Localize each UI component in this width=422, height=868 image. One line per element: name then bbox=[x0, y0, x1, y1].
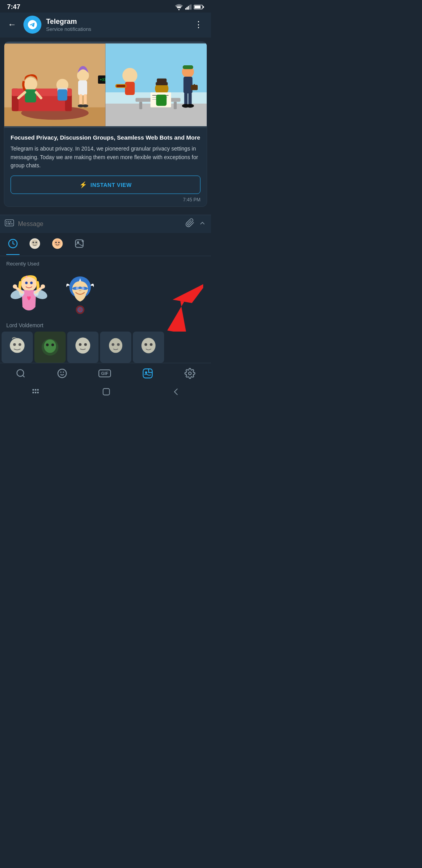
header-title: Telegram bbox=[46, 18, 187, 26]
tab-add-sticker[interactable] bbox=[73, 234, 86, 255]
tab-pack2[interactable] bbox=[50, 233, 65, 256]
svg-point-79 bbox=[25, 282, 27, 284]
clock-icon bbox=[8, 239, 18, 249]
svg-rect-51 bbox=[188, 92, 192, 106]
gif-button[interactable]: GIF bbox=[98, 369, 111, 377]
bubble-content: Focused Privacy, Discussion Groups, Seam… bbox=[4, 128, 207, 206]
svg-point-54 bbox=[122, 68, 137, 83]
tab-recent[interactable] bbox=[6, 234, 20, 255]
svg-rect-23 bbox=[78, 80, 87, 95]
sticker-row-voldemort bbox=[0, 332, 211, 363]
settings-button[interactable] bbox=[184, 368, 195, 379]
header: ← Telegram Service notifications ⋮ bbox=[0, 13, 211, 38]
svg-rect-44 bbox=[156, 95, 167, 106]
sticker-button[interactable] bbox=[142, 368, 153, 379]
svg-rect-63 bbox=[8, 223, 11, 224]
svg-point-72 bbox=[55, 242, 57, 243]
message-input[interactable] bbox=[18, 219, 181, 229]
sticker-pack-name: Lord Voldemort bbox=[0, 321, 211, 332]
svg-rect-128 bbox=[103, 389, 110, 395]
svg-point-71 bbox=[54, 240, 61, 247]
svg-rect-21 bbox=[57, 90, 67, 101]
svg-rect-60 bbox=[8, 221, 9, 222]
article-illustration: +33 7▮▮▮▮ bbox=[4, 42, 207, 128]
captain-sticker-icon bbox=[59, 271, 102, 316]
svg-point-104 bbox=[75, 337, 90, 353]
status-time: 7:47 bbox=[7, 3, 20, 11]
svg-point-73 bbox=[58, 242, 60, 243]
svg-point-97 bbox=[10, 338, 25, 353]
svg-point-69 bbox=[36, 242, 38, 244]
instant-view-label: INSTANT VIEW bbox=[91, 182, 132, 188]
svg-rect-48 bbox=[191, 85, 198, 90]
instant-view-button[interactable]: ⚡ INSTANT VIEW bbox=[11, 176, 200, 194]
tab-pack1[interactable] bbox=[27, 233, 42, 256]
svg-rect-3 bbox=[188, 6, 189, 9]
svg-point-75 bbox=[77, 242, 79, 243]
svg-rect-36 bbox=[174, 102, 177, 109]
svg-rect-119 bbox=[143, 369, 152, 378]
svg-rect-126 bbox=[35, 392, 36, 393]
svg-rect-47 bbox=[184, 77, 193, 93]
svg-point-27 bbox=[82, 104, 88, 108]
fairy-sticker-icon: ✦ bbox=[7, 271, 50, 316]
svg-point-114 bbox=[17, 369, 23, 376]
svg-line-115 bbox=[23, 375, 25, 377]
bubble-image: +33 7▮▮▮▮ bbox=[4, 42, 207, 128]
voldemort-sticker3-icon bbox=[71, 335, 95, 359]
nav-menu-button[interactable] bbox=[23, 386, 48, 400]
svg-rect-2 bbox=[186, 7, 188, 10]
svg-rect-5 bbox=[190, 4, 191, 9]
svg-rect-24 bbox=[79, 94, 82, 106]
svg-point-108 bbox=[112, 343, 114, 346]
svg-rect-39 bbox=[157, 79, 166, 83]
sticker-tab-face2-icon bbox=[52, 238, 63, 249]
svg-rect-62 bbox=[6, 223, 7, 224]
expand-icon[interactable] bbox=[198, 219, 206, 229]
svg-rect-64 bbox=[11, 223, 13, 224]
keyboard-icon[interactable] bbox=[5, 219, 14, 229]
svg-point-86 bbox=[41, 284, 45, 289]
avatar bbox=[23, 16, 41, 34]
sticker-item-captain[interactable] bbox=[55, 270, 105, 317]
status-icons bbox=[175, 4, 204, 10]
sticker-item-4[interactable] bbox=[100, 332, 131, 363]
svg-point-105 bbox=[79, 343, 82, 346]
sticker-item-3[interactable] bbox=[67, 332, 98, 363]
nav-back-button[interactable] bbox=[165, 385, 188, 400]
svg-point-85 bbox=[13, 284, 17, 289]
sticker-grid-recent: ✦ bbox=[0, 270, 211, 321]
header-info: Telegram Service notifications bbox=[46, 18, 187, 32]
sticker-item-5[interactable] bbox=[133, 332, 164, 363]
nav-bar bbox=[0, 381, 211, 406]
svg-rect-17 bbox=[25, 90, 36, 103]
nav-menu-icon bbox=[31, 388, 40, 395]
back-button[interactable]: ← bbox=[5, 18, 19, 31]
sticker-item-1[interactable] bbox=[2, 332, 33, 363]
svg-rect-122 bbox=[32, 389, 34, 391]
search-button[interactable] bbox=[16, 368, 26, 378]
attach-icon[interactable] bbox=[185, 218, 195, 230]
sticker-item-fairy[interactable]: ✦ bbox=[4, 270, 54, 317]
svg-rect-59 bbox=[6, 221, 7, 222]
emoji-button[interactable] bbox=[57, 368, 67, 378]
svg-rect-125 bbox=[32, 392, 34, 393]
svg-rect-4 bbox=[189, 5, 190, 10]
nav-home-icon bbox=[102, 387, 111, 396]
svg-point-0 bbox=[178, 9, 179, 10]
svg-rect-58 bbox=[5, 220, 14, 226]
svg-rect-35 bbox=[139, 102, 142, 109]
svg-point-16 bbox=[24, 77, 38, 91]
article-body: Telegram is about privacy. In 2014, we p… bbox=[11, 145, 200, 170]
voldemort-sticker2-icon bbox=[38, 335, 62, 359]
message-bubble: +33 7▮▮▮▮ bbox=[4, 41, 207, 207]
more-options-button[interactable]: ⋮ bbox=[192, 18, 206, 31]
svg-point-53 bbox=[186, 104, 194, 108]
voldemort-sticker1-icon bbox=[5, 335, 29, 359]
sticker-item-2[interactable] bbox=[34, 332, 66, 363]
nav-home-button[interactable] bbox=[94, 385, 118, 400]
svg-point-103 bbox=[51, 344, 54, 346]
svg-point-112 bbox=[150, 343, 152, 346]
wifi-icon bbox=[175, 4, 183, 10]
svg-point-111 bbox=[145, 343, 147, 346]
